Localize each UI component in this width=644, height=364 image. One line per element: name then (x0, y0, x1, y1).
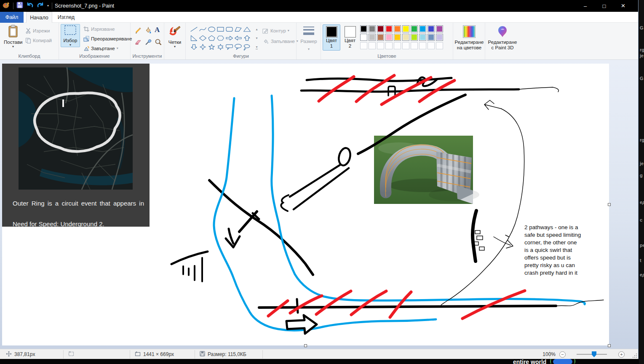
text-tool-icon[interactable]: A (155, 26, 160, 34)
magnifier-tool-icon[interactable] (155, 38, 162, 46)
palette-color-swatch[interactable] (436, 34, 443, 41)
shape-pentagon-button[interactable] (207, 34, 216, 43)
shape-curve-button[interactable] (198, 25, 207, 34)
palette-empty-cell[interactable] (428, 42, 435, 49)
palette-color-swatch[interactable] (377, 34, 384, 41)
shape-callout-rounded-button[interactable] (225, 43, 234, 51)
save-icon[interactable] (16, 2, 23, 10)
color2-button[interactable]: Цвят 2 (341, 24, 359, 51)
palette-color-swatch[interactable] (394, 25, 401, 32)
shape-callout-oval-button[interactable] (234, 43, 243, 51)
eraser-tool-icon[interactable] (134, 38, 142, 46)
shape-triangle-button[interactable] (243, 25, 251, 34)
shapes-scroll-down-icon[interactable]: ▾ (254, 34, 259, 43)
palette-color-swatch[interactable] (394, 34, 401, 41)
palette-empty-cell[interactable] (377, 42, 384, 49)
palette-color-swatch[interactable] (428, 25, 435, 32)
tab-view[interactable]: Изглед (52, 12, 80, 23)
resize-button[interactable]: Преоразмеряване (83, 35, 132, 43)
close-button[interactable]: × (614, 0, 633, 12)
palette-color-swatch[interactable] (377, 25, 384, 32)
zoom-out-button[interactable]: − (559, 351, 566, 358)
paste-dropdown-icon[interactable]: ▾ (4, 45, 22, 48)
palette-color-swatch[interactable] (385, 25, 393, 32)
shape-star-5-button[interactable] (207, 43, 216, 51)
copy-button[interactable]: Копирай (25, 36, 52, 45)
fill-tool-icon[interactable] (144, 26, 152, 35)
color-picker-tool-icon[interactable] (144, 38, 152, 46)
palette-empty-cell[interactable] (411, 42, 418, 49)
shape-arrow-down-button[interactable] (190, 43, 198, 51)
rotate-button[interactable]: Завъртане ▾ (83, 44, 118, 53)
shape-fill-button[interactable]: Запълване ▾ (262, 37, 298, 46)
palette-color-swatch[interactable] (411, 34, 418, 41)
shapes-scroll-up-icon[interactable]: ▴ (254, 25, 259, 34)
shape-polygon-button[interactable] (234, 25, 243, 34)
palette-empty-cell[interactable] (436, 42, 443, 49)
edit-colors-button[interactable]: Редактиране на цветове (454, 24, 484, 51)
palette-color-swatch[interactable] (402, 34, 409, 41)
select-dropdown-icon[interactable]: ▾ (61, 43, 80, 47)
outline-dropdown-icon[interactable]: ▾ (288, 29, 289, 32)
palette-color-swatch[interactable] (411, 25, 418, 32)
shape-rectangle-button[interactable] (216, 25, 225, 34)
palette-color-swatch[interactable] (419, 25, 426, 32)
shape-arrow-left-button[interactable] (234, 34, 243, 43)
palette-empty-cell[interactable] (385, 42, 393, 49)
palette-color-swatch[interactable] (428, 34, 435, 41)
shape-ellipse-button[interactable] (207, 25, 216, 34)
maximize-button[interactable]: □ (595, 0, 614, 12)
zoom-in-button[interactable]: + (618, 351, 625, 358)
shape-star-6-button[interactable] (216, 43, 225, 51)
edit-paint3d-button[interactable]: Редактиране с Paint 3D (487, 24, 518, 51)
shape-rounded-rectangle-button[interactable] (225, 25, 234, 34)
shape-arrow-right-button[interactable] (225, 34, 234, 43)
zoom-slider-thumb[interactable] (592, 351, 596, 357)
tab-file[interactable]: Файл (0, 12, 24, 23)
brushes-button[interactable]: Четки ▾ (165, 24, 184, 49)
crop-button[interactable]: Изрязване (83, 25, 115, 33)
palette-color-swatch[interactable] (385, 34, 393, 41)
shapes-expand-icon[interactable]: ▾ (254, 43, 259, 51)
rotate-dropdown-icon[interactable]: ▾ (117, 47, 118, 50)
qat-menu-chevron-icon[interactable]: ▾ (47, 4, 49, 8)
canvas-resize-handle-bottom[interactable] (304, 344, 307, 347)
undo-icon[interactable] (26, 2, 34, 10)
canvas-resize-handle-corner[interactable] (608, 344, 611, 347)
size-dropdown-icon[interactable]: ▾ (308, 47, 310, 51)
canvas-resize-handle-right[interactable] (608, 203, 611, 206)
paint-logo-icon[interactable] (3, 1, 10, 11)
minimize-button[interactable]: – (576, 0, 595, 12)
shape-star-4-button[interactable] (198, 43, 207, 51)
resize-grip[interactable] (633, 353, 637, 358)
palette-color-swatch[interactable] (369, 25, 376, 32)
zoom-slider[interactable] (577, 354, 607, 355)
shape-right-triangle-button[interactable] (190, 34, 198, 43)
shape-line-button[interactable] (190, 25, 198, 34)
select-tool-button[interactable]: Избор ▾ (61, 24, 80, 47)
palette-color-swatch[interactable] (419, 34, 426, 41)
shape-hexagon-button[interactable] (216, 34, 225, 43)
brushes-dropdown-icon[interactable]: ▾ (166, 45, 184, 48)
drawing-canvas[interactable]: Outer Ring is a circuit event that appea… (2, 64, 609, 345)
palette-color-swatch[interactable] (402, 25, 409, 32)
shape-outline-button[interactable]: Контур ▾ (262, 27, 289, 35)
palette-empty-cell[interactable] (419, 42, 426, 49)
shape-callout-cloud-button[interactable] (243, 43, 251, 51)
palette-empty-cell[interactable] (402, 42, 409, 49)
palette-color-swatch[interactable] (360, 25, 367, 32)
palette-color-swatch[interactable] (436, 25, 443, 32)
size-button[interactable]: Размер ▾ (299, 24, 318, 52)
palette-color-swatch[interactable] (369, 34, 376, 41)
palette-empty-cell[interactable] (360, 42, 367, 49)
shape-arrow-up-button[interactable] (243, 34, 251, 43)
palette-empty-cell[interactable] (369, 42, 376, 49)
redo-icon[interactable] (37, 2, 44, 10)
color1-button[interactable]: Цвят 1 (323, 24, 340, 51)
shape-diamond-button[interactable] (198, 34, 207, 43)
palette-color-swatch[interactable] (360, 34, 367, 41)
paste-button[interactable]: Постави ▾ (3, 24, 23, 49)
palette-empty-cell[interactable] (394, 42, 401, 49)
pencil-tool-icon[interactable] (134, 26, 142, 35)
tab-home[interactable]: Начало (26, 12, 52, 23)
